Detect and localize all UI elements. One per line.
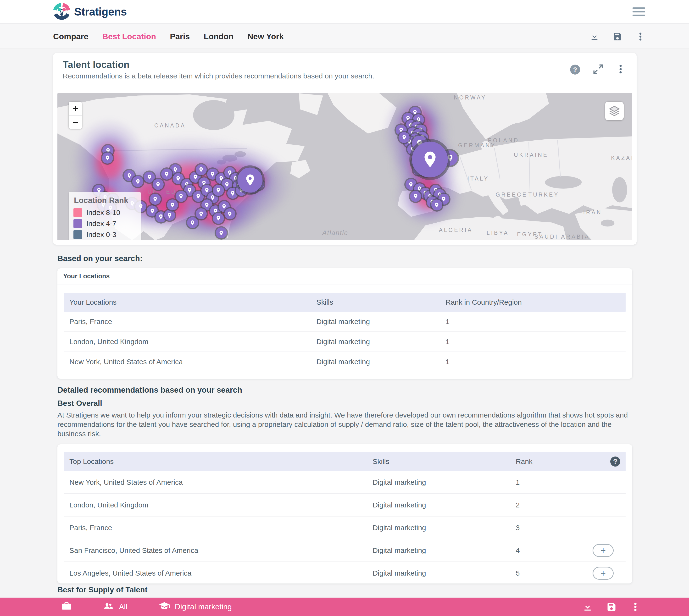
skill-cell: Digital marketing	[311, 338, 440, 346]
column-header: Rank	[511, 458, 626, 466]
save-icon[interactable]	[605, 601, 618, 613]
skill-cell: Digital marketing	[367, 524, 510, 532]
divider	[58, 285, 632, 285]
your-locations-card: Your Locations Your LocationsSkillsRank …	[58, 268, 632, 379]
location-pin-icon[interactable]	[161, 169, 172, 180]
menu-icon[interactable]	[631, 6, 646, 18]
legend-item: Index 0-3	[73, 230, 136, 239]
save-icon[interactable]	[611, 30, 623, 43]
column-header: Skills	[367, 458, 510, 466]
legend-title: Location Rank	[74, 196, 136, 205]
top-locations-table: Top LocationsSkillsRank? New York, Unite…	[64, 452, 626, 584]
help-icon[interactable]: ?	[610, 457, 620, 466]
location-cell: Paris, France	[64, 524, 367, 532]
filter-label: Digital marketing	[175, 602, 232, 611]
location-pin-icon[interactable]	[196, 164, 207, 175]
expand-icon[interactable]	[591, 63, 605, 75]
filter-briefcase[interactable]	[61, 600, 72, 613]
footer-filters: AllDigital marketing	[61, 600, 232, 614]
legend-items: Index 8-10Index 4-7Index 0-3	[73, 208, 136, 239]
add-location-button[interactable]: +	[593, 544, 613, 557]
rank-cell: 1	[440, 358, 626, 366]
column-header: Your Locations	[64, 298, 311, 306]
filter-graduation-cap[interactable]: Digital marketing	[158, 600, 232, 614]
kebab-icon[interactable]	[634, 30, 646, 43]
location-pin-icon[interactable]	[410, 191, 421, 202]
legend-item: Index 4-7	[73, 219, 136, 228]
tab-best-location[interactable]: Best Location	[102, 32, 156, 41]
map-country-label: GREECE	[496, 192, 527, 198]
location-pin-icon[interactable]	[132, 176, 143, 187]
kebab-icon[interactable]	[629, 601, 642, 613]
table-row: Paris, FranceDigital marketing1	[64, 312, 626, 332]
table-row: San Francisco, United States of AmericaD…	[64, 539, 626, 562]
briefcase-icon	[61, 600, 72, 613]
brand[interactable]: Stratigens	[53, 3, 127, 20]
location-pin-icon[interactable]	[150, 194, 161, 205]
table-body: New York, United States of AmericaDigita…	[64, 471, 626, 584]
brand-name: Stratigens	[74, 5, 127, 18]
table-row: New York, United States of AmericaDigita…	[64, 352, 626, 372]
rank-cell: 2	[511, 501, 626, 509]
map-country-label: LIBYA	[487, 230, 509, 236]
download-icon[interactable]	[588, 30, 601, 43]
top-locations-card: Top LocationsSkillsRank? New York, Unite…	[58, 444, 632, 584]
recommendations-body: At Stratigens we want to help you inform…	[58, 410, 637, 438]
location-pin-icon[interactable]	[176, 191, 187, 202]
location-pin-icon[interactable]	[144, 172, 155, 183]
location-pin-icon[interactable]	[187, 217, 198, 228]
location-pin-icon[interactable]	[102, 153, 113, 163]
filter-label: All	[119, 602, 128, 611]
talent-map[interactable]: CANADAUNITED STATESNORWAYPOLANDGERMANYUK…	[58, 93, 632, 240]
location-pin-icon[interactable]	[196, 208, 207, 219]
skill-cell: Digital marketing	[367, 546, 510, 554]
skill-cell: Digital marketing	[367, 478, 510, 486]
rank-cell: 1	[440, 317, 626, 326]
location-pin-icon[interactable]	[399, 132, 410, 143]
map-country-label: TURKEY	[528, 192, 559, 198]
location-pin-icon[interactable]	[153, 179, 164, 190]
skill-cell: Digital marketing	[367, 501, 510, 509]
legend-label: Index 0-3	[86, 230, 116, 239]
filter-footer: AllDigital marketing	[0, 598, 689, 616]
column-header: Rank in Country/Region	[440, 298, 626, 306]
legend-swatch	[73, 219, 82, 228]
location-pin-icon[interactable]	[216, 227, 227, 238]
column-header: Top Locations	[64, 458, 367, 466]
location-pin-icon[interactable]	[431, 199, 442, 211]
rank-cell: 3	[511, 524, 626, 532]
add-location-button[interactable]: +	[593, 567, 613, 580]
table-row: London, United KingdomDigital marketing2	[64, 494, 626, 516]
tab-new-york[interactable]: New York	[247, 32, 284, 41]
download-icon[interactable]	[581, 601, 594, 613]
your-locations-table: Your LocationsSkillsRank in Country/Regi…	[64, 293, 626, 372]
tabbar: CompareBest LocationParisLondonNew York	[0, 24, 689, 49]
location-pin-icon[interactable]	[412, 141, 448, 177]
world-map-land	[58, 93, 632, 240]
tab-paris[interactable]: Paris	[170, 32, 190, 41]
location-pin-icon[interactable]	[224, 208, 235, 219]
map-country-label: KAZAK	[611, 155, 632, 161]
map-country-label: IRAN	[583, 209, 602, 216]
tab-compare[interactable]: Compare	[53, 32, 88, 41]
location-pin-icon[interactable]	[213, 185, 224, 196]
help-icon[interactable]: ?	[568, 63, 582, 76]
table-header-row: Top LocationsSkillsRank?	[64, 452, 626, 471]
location-pin-icon[interactable]	[167, 199, 178, 211]
zoom-in-button[interactable]: +	[69, 102, 82, 115]
tab-london[interactable]: London	[203, 32, 234, 41]
rank-cell: 1	[440, 338, 626, 346]
table-header-row: Your LocationsSkillsRank in Country/Regi…	[64, 293, 626, 312]
location-pin-icon[interactable]	[238, 168, 263, 193]
zoom-out-button[interactable]: −	[69, 115, 82, 129]
rank-cell: 1	[511, 478, 626, 486]
talent-location-card: Talent location Recommendations is a bet…	[53, 53, 637, 245]
location-pin-icon[interactable]	[164, 210, 175, 221]
layers-icon[interactable]	[605, 102, 624, 120]
supply-heading: Best for Supply of Talent	[58, 586, 147, 594]
filter-people[interactable]: All	[103, 600, 128, 613]
map-country-label: NORWAY	[454, 94, 487, 101]
location-pin-icon[interactable]	[213, 213, 224, 224]
kebab-icon[interactable]	[614, 63, 627, 75]
map-country-label: ALGERIA	[439, 227, 473, 233]
